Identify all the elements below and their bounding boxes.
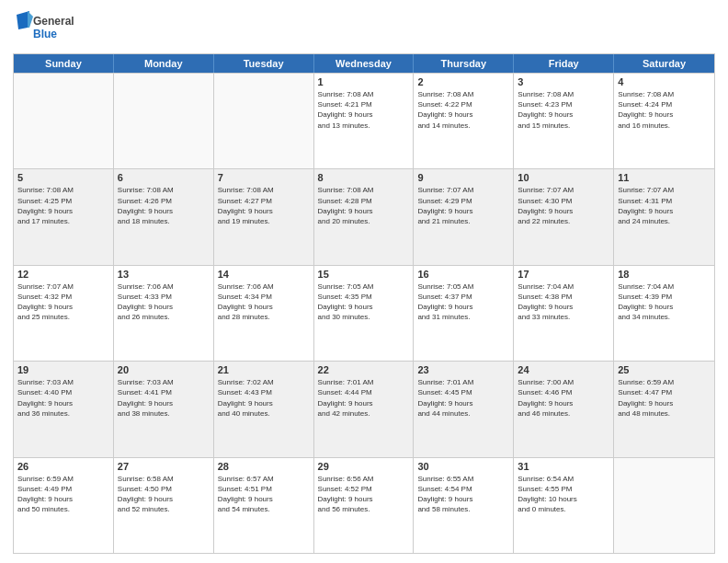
day-cell-6: 6Sunrise: 7:08 AM Sunset: 4:26 PM Daylig… [114, 169, 214, 264]
day-info: Sunrise: 7:07 AM Sunset: 4:29 PM Dayligh… [417, 185, 509, 226]
day-number: 5 [17, 172, 109, 183]
day-cell-2: 2Sunrise: 7:08 AM Sunset: 4:22 PM Daylig… [414, 74, 514, 168]
day-info: Sunrise: 6:59 AM Sunset: 4:49 PM Dayligh… [17, 474, 109, 515]
day-info: Sunrise: 6:57 AM Sunset: 4:51 PM Dayligh… [218, 474, 310, 515]
page-container: General Blue SundayMondayTuesdayWednesda… [0, 0, 728, 563]
day-number: 7 [218, 172, 310, 183]
day-cell-18: 18Sunrise: 7:04 AM Sunset: 4:39 PM Dayli… [614, 266, 714, 361]
day-cell-10: 10Sunrise: 7:07 AM Sunset: 4:30 PM Dayli… [514, 169, 614, 264]
empty-cell-0-1 [114, 74, 214, 168]
day-number: 4 [618, 76, 711, 87]
day-number: 20 [118, 364, 210, 375]
day-cell-31: 31Sunrise: 6:54 AM Sunset: 4:55 PM Dayli… [514, 458, 614, 553]
day-cell-12: 12Sunrise: 7:07 AM Sunset: 4:32 PM Dayli… [14, 266, 114, 361]
calendar-body: 1Sunrise: 7:08 AM Sunset: 4:21 PM Daylig… [14, 73, 714, 553]
day-number: 10 [518, 172, 609, 183]
day-info: Sunrise: 7:07 AM Sunset: 4:32 PM Dayligh… [17, 282, 109, 323]
day-info: Sunrise: 7:08 AM Sunset: 4:23 PM Dayligh… [518, 89, 609, 131]
calendar-row-3: 19Sunrise: 7:03 AM Sunset: 4:40 PM Dayli… [14, 361, 714, 456]
day-info: Sunrise: 7:06 AM Sunset: 4:34 PM Dayligh… [218, 282, 310, 323]
day-number: 15 [318, 269, 410, 280]
day-info: Sunrise: 6:54 AM Sunset: 4:55 PM Dayligh… [518, 474, 609, 515]
day-cell-25: 25Sunrise: 6:59 AM Sunset: 4:47 PM Dayli… [614, 362, 714, 456]
day-info: Sunrise: 7:03 AM Sunset: 4:41 PM Dayligh… [118, 377, 210, 419]
day-number: 26 [17, 461, 109, 472]
day-number: 11 [618, 172, 711, 183]
day-number: 13 [118, 269, 210, 280]
day-cell-26: 26Sunrise: 6:59 AM Sunset: 4:49 PM Dayli… [14, 458, 114, 553]
calendar-row-1: 5Sunrise: 7:08 AM Sunset: 4:25 PM Daylig… [14, 168, 714, 264]
day-info: Sunrise: 6:56 AM Sunset: 4:52 PM Dayligh… [318, 474, 410, 515]
page-header: General Blue [13, 9, 715, 48]
day-number: 16 [417, 269, 509, 280]
weekday-header-thursday: Thursday [414, 54, 514, 73]
day-info: Sunrise: 7:00 AM Sunset: 4:46 PM Dayligh… [518, 377, 609, 419]
day-number: 25 [618, 364, 711, 375]
day-number: 17 [518, 269, 609, 280]
day-number: 3 [518, 76, 609, 87]
day-cell-11: 11Sunrise: 7:07 AM Sunset: 4:31 PM Dayli… [614, 169, 714, 264]
day-info: Sunrise: 7:05 AM Sunset: 4:37 PM Dayligh… [417, 282, 509, 323]
day-info: Sunrise: 7:08 AM Sunset: 4:28 PM Dayligh… [318, 185, 410, 226]
day-info: Sunrise: 7:08 AM Sunset: 4:24 PM Dayligh… [618, 89, 711, 131]
day-number: 1 [318, 76, 410, 87]
day-number: 9 [417, 172, 509, 183]
day-number: 2 [417, 76, 509, 87]
weekday-header-monday: Monday [114, 54, 214, 73]
day-info: Sunrise: 7:08 AM Sunset: 4:22 PM Dayligh… [417, 89, 509, 131]
day-info: Sunrise: 7:06 AM Sunset: 4:33 PM Dayligh… [118, 282, 210, 323]
day-cell-22: 22Sunrise: 7:01 AM Sunset: 4:44 PM Dayli… [314, 362, 415, 456]
day-cell-19: 19Sunrise: 7:03 AM Sunset: 4:40 PM Dayli… [14, 362, 114, 456]
day-info: Sunrise: 7:05 AM Sunset: 4:35 PM Dayligh… [318, 282, 410, 323]
calendar-row-2: 12Sunrise: 7:07 AM Sunset: 4:32 PM Dayli… [14, 265, 714, 361]
day-info: Sunrise: 7:07 AM Sunset: 4:31 PM Dayligh… [618, 185, 711, 226]
day-number: 28 [218, 461, 310, 472]
day-number: 31 [518, 461, 609, 472]
day-info: Sunrise: 7:08 AM Sunset: 4:26 PM Dayligh… [118, 185, 210, 226]
day-cell-30: 30Sunrise: 6:55 AM Sunset: 4:54 PM Dayli… [414, 458, 514, 553]
day-cell-28: 28Sunrise: 6:57 AM Sunset: 4:51 PM Dayli… [214, 458, 314, 553]
day-number: 19 [17, 364, 109, 375]
logo-svg: General Blue [13, 9, 86, 48]
day-info: Sunrise: 7:08 AM Sunset: 4:27 PM Dayligh… [218, 185, 310, 226]
day-number: 18 [618, 269, 711, 280]
day-number: 8 [318, 172, 410, 183]
day-cell-8: 8Sunrise: 7:08 AM Sunset: 4:28 PM Daylig… [314, 169, 415, 264]
day-cell-4: 4Sunrise: 7:08 AM Sunset: 4:24 PM Daylig… [614, 74, 714, 168]
calendar-header: SundayMondayTuesdayWednesdayThursdayFrid… [14, 54, 714, 73]
day-number: 30 [417, 461, 509, 472]
empty-cell-0-2 [214, 74, 314, 168]
day-info: Sunrise: 7:02 AM Sunset: 4:43 PM Dayligh… [218, 377, 310, 419]
calendar: SundayMondayTuesdayWednesdayThursdayFrid… [13, 53, 715, 554]
day-cell-7: 7Sunrise: 7:08 AM Sunset: 4:27 PM Daylig… [214, 169, 314, 264]
day-cell-20: 20Sunrise: 7:03 AM Sunset: 4:41 PM Dayli… [114, 362, 214, 456]
day-cell-13: 13Sunrise: 7:06 AM Sunset: 4:33 PM Dayli… [114, 266, 214, 361]
day-cell-14: 14Sunrise: 7:06 AM Sunset: 4:34 PM Dayli… [214, 266, 314, 361]
day-cell-15: 15Sunrise: 7:05 AM Sunset: 4:35 PM Dayli… [314, 266, 415, 361]
svg-text:General: General [33, 15, 74, 28]
weekday-header-wednesday: Wednesday [314, 54, 415, 73]
day-cell-29: 29Sunrise: 6:56 AM Sunset: 4:52 PM Dayli… [314, 458, 415, 553]
day-number: 12 [17, 269, 109, 280]
weekday-header-friday: Friday [514, 54, 614, 73]
day-cell-1: 1Sunrise: 7:08 AM Sunset: 4:21 PM Daylig… [314, 74, 415, 168]
day-number: 21 [218, 364, 310, 375]
day-number: 14 [218, 269, 310, 280]
day-info: Sunrise: 7:03 AM Sunset: 4:40 PM Dayligh… [17, 377, 109, 419]
day-number: 22 [318, 364, 410, 375]
day-cell-3: 3Sunrise: 7:08 AM Sunset: 4:23 PM Daylig… [514, 74, 614, 168]
day-number: 27 [118, 461, 210, 472]
weekday-header-saturday: Saturday [614, 54, 714, 73]
day-info: Sunrise: 6:55 AM Sunset: 4:54 PM Dayligh… [417, 474, 509, 515]
svg-text:Blue: Blue [33, 28, 57, 40]
weekday-header-sunday: Sunday [14, 54, 114, 73]
day-cell-24: 24Sunrise: 7:00 AM Sunset: 4:46 PM Dayli… [514, 362, 614, 456]
day-info: Sunrise: 6:58 AM Sunset: 4:50 PM Dayligh… [118, 474, 210, 515]
day-cell-5: 5Sunrise: 7:08 AM Sunset: 4:25 PM Daylig… [14, 169, 114, 264]
calendar-row-0: 1Sunrise: 7:08 AM Sunset: 4:21 PM Daylig… [14, 73, 714, 168]
day-info: Sunrise: 7:08 AM Sunset: 4:25 PM Dayligh… [17, 185, 109, 226]
day-info: Sunrise: 6:59 AM Sunset: 4:47 PM Dayligh… [618, 377, 711, 419]
day-number: 24 [518, 364, 609, 375]
logo: General Blue [13, 9, 86, 48]
day-info: Sunrise: 7:01 AM Sunset: 4:44 PM Dayligh… [318, 377, 410, 419]
